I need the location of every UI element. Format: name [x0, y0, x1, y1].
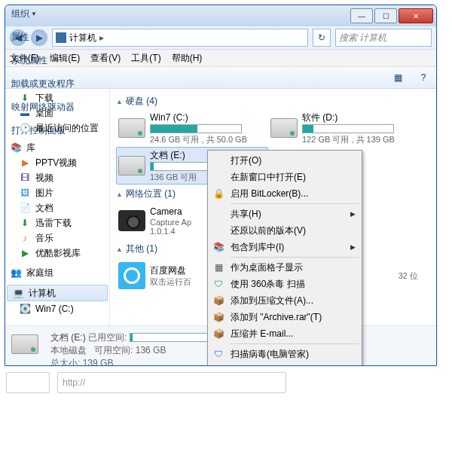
- navigation-pane: ⬇下载▬桌面🕑最近访问的位置 📚 库 ▶PPTV视频🎞视频🖼图片📄文档⬇迅雷下载…: [5, 89, 110, 325]
- context-menu-item[interactable]: 🔒启用 BitLocker(B)...: [209, 185, 360, 202]
- menu-item-icon: 🔒: [212, 188, 224, 200]
- sidebar-item[interactable]: ⬇迅雷下载: [5, 215, 109, 230]
- menu-item-label: 添加到 "Archive.rar"(T): [231, 311, 322, 324]
- toolbar-item[interactable]: 系统属性: [11, 54, 75, 67]
- sidebar-item[interactable]: 🖼图片: [5, 185, 109, 200]
- group-network-label: 网络位置 (1): [126, 188, 176, 200]
- sidebar-item-label: 下载: [35, 92, 53, 105]
- menu-item-icon: 📚: [212, 241, 224, 253]
- sidebar-item-icon: 📄: [19, 202, 31, 214]
- sidebar-item-label: 桌面: [35, 107, 53, 120]
- menu-item[interactable]: 查看(V): [90, 52, 121, 65]
- context-menu-item[interactable]: 🛡扫描病毒(电脑管家): [209, 346, 360, 362]
- libraries-header[interactable]: 📚 库: [5, 140, 109, 155]
- search-input[interactable]: 搜索 计算机: [335, 29, 432, 47]
- menu-item-label: 包含到库中(I): [231, 241, 284, 254]
- sidebar-item-icon: ▶: [19, 247, 31, 259]
- toolbar: 组织 ▼属性系统属性卸载或更改程序映射网络驱动器打开控制面板 ▦ ?: [5, 67, 436, 89]
- homegroup-label: 家庭组: [26, 267, 53, 279]
- sidebar-item-label: PPTV视频: [35, 157, 77, 169]
- drive-icon: [118, 118, 145, 138]
- homegroup-item[interactable]: 👥 家庭组: [5, 265, 109, 280]
- menu-item-label: 还原以前的版本(V): [231, 224, 306, 237]
- sidebar-item[interactable]: 📄文档: [5, 200, 109, 215]
- menu-item-icon: 🛡: [212, 348, 224, 360]
- submenu-arrow-icon: ▶: [350, 210, 356, 218]
- sidebar-item-label: Win7 (C:): [35, 304, 74, 314]
- context-menu-item[interactable]: 📦添加到压缩文件(A)...: [209, 292, 360, 309]
- collapse-icon: ▲: [116, 191, 123, 198]
- menu-item-label: 压缩并 E-mail...: [231, 328, 293, 340]
- context-menu-item[interactable]: 📚包含到库中(I)▶: [209, 239, 360, 255]
- sidebar-item[interactable]: 🕑最近访问的位置: [5, 121, 109, 136]
- sidebar-item-icon: 🎞: [19, 172, 31, 184]
- context-menu-item[interactable]: ▦作为桌面格子显示: [209, 259, 360, 276]
- sidebar-item-label: 最近访问的位置: [35, 122, 99, 135]
- sidebar-item-label: 迅雷下载: [35, 217, 72, 230]
- sidebar-item-label: 文档: [35, 202, 53, 215]
- status-title: 文档 (E:): [50, 332, 86, 343]
- context-menu-item[interactable]: ✿使用 360强力删除: [209, 362, 360, 366]
- context-menu-item[interactable]: 📦压缩并 E-mail...: [209, 325, 360, 342]
- menu-item-label: 使用 360杀毒 扫描: [231, 278, 305, 291]
- submenu-arrow-icon: ▶: [350, 243, 356, 251]
- url-input[interactable]: http://: [57, 372, 286, 393]
- sidebar-item[interactable]: ♪音乐: [5, 230, 109, 246]
- menu-item-icon: 📦: [212, 294, 224, 307]
- context-menu-item[interactable]: 还原以前的版本(V): [209, 222, 360, 239]
- address-bar[interactable]: 计算机 ▸: [52, 29, 308, 47]
- sidebar-item-icon: ⬇: [19, 217, 31, 229]
- sidebar-item[interactable]: 🎞视频: [5, 170, 109, 185]
- view-options-button[interactable]: ▦: [391, 71, 405, 84]
- drive-item[interactable]: Win7 (C:)24.6 GB 可用 , 共 50.0 GB: [116, 109, 268, 147]
- status-used-label: 已用空间:: [88, 332, 127, 343]
- toolbar-item[interactable]: 属性: [11, 31, 75, 44]
- menu-separator: [231, 343, 359, 344]
- status-free-value: 136 GB: [136, 345, 166, 355]
- maximize-button[interactable]: ☐: [374, 8, 397, 23]
- help-button[interactable]: ?: [417, 71, 430, 84]
- context-menu-item[interactable]: 共享(H)▶: [209, 206, 360, 222]
- small-input[interactable]: [6, 372, 50, 393]
- refresh-button[interactable]: ↻: [313, 29, 331, 47]
- drive-item[interactable]: 软件 (D:)122 GB 可用 , 共 139 GB: [268, 109, 420, 147]
- sidebar-item-icon: ♪: [19, 232, 31, 244]
- menu-separator: [231, 203, 359, 204]
- computer-icon: 💻: [12, 287, 24, 299]
- context-menu-item[interactable]: 📦添加到 "Archive.rar"(T): [209, 309, 360, 325]
- toolbar-item[interactable]: 组织 ▼: [11, 8, 75, 20]
- menu-item[interactable]: 帮助(H): [172, 52, 203, 65]
- other-item-tail-text: 32 位: [399, 270, 418, 282]
- context-menu-item[interactable]: 打开(O): [209, 152, 360, 169]
- drive-icon: [270, 118, 298, 138]
- sidebar-item-icon: 🖼: [19, 187, 31, 199]
- computer-item[interactable]: 💻 计算机: [7, 285, 108, 301]
- sidebar-item-icon: ▶: [19, 157, 31, 169]
- sidebar-item-icon: ⬇: [19, 92, 31, 104]
- group-drives-label: 硬盘 (4): [126, 95, 157, 108]
- menu-item-icon: 🛡: [212, 278, 224, 290]
- menu-item-label: 在新窗口中打开(E): [231, 171, 306, 184]
- context-menu-item[interactable]: 在新窗口中打开(E): [209, 169, 360, 185]
- drive-space-text: 122 GB 可用 , 共 139 GB: [302, 134, 418, 145]
- drive-name: 软件 (D:): [302, 111, 418, 124]
- sidebar-item[interactable]: ⬇下载: [5, 90, 109, 105]
- search-placeholder: 搜索 计算机: [339, 32, 386, 44]
- menu-item-icon: 📦: [212, 328, 224, 340]
- drive-icon: [118, 156, 145, 175]
- minimize-button[interactable]: —: [350, 8, 373, 23]
- explorer-window: — ☐ ✕ ◀ ▶ 计算机 ▸ ↻ 搜索 计算机 文件(F)编辑(E)查看(V)…: [5, 5, 437, 366]
- close-button[interactable]: ✕: [399, 8, 433, 23]
- sidebar-item[interactable]: 💽Win7 (C:): [5, 301, 109, 316]
- homegroup-icon: 👥: [10, 267, 22, 279]
- status-type: 本地磁盘: [50, 345, 87, 355]
- sidebar-item-label: 音乐: [35, 232, 53, 245]
- breadcrumb-arrow-icon[interactable]: ▸: [99, 32, 104, 43]
- group-drives-header[interactable]: ▲ 硬盘 (4): [116, 95, 430, 108]
- context-menu-item[interactable]: 🛡使用 360杀毒 扫描: [209, 276, 360, 292]
- sidebar-item[interactable]: ▶优酷影视库: [5, 246, 109, 261]
- sidebar-item[interactable]: ▬桌面: [5, 105, 109, 121]
- sidebar-item[interactable]: ▶PPTV视频: [5, 155, 109, 170]
- menu-item[interactable]: 工具(T): [131, 52, 160, 65]
- sidebar-item-label: 图片: [35, 187, 53, 200]
